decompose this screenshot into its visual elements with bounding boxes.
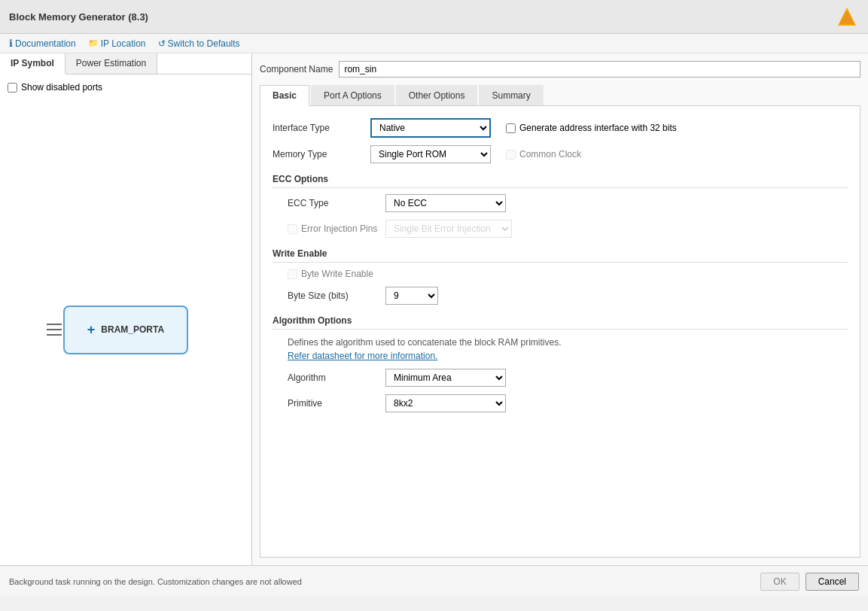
write-enable-subsection: Byte Write Enable Byte Size (bits) 9 8	[288, 269, 848, 305]
left-panel: IP Symbol Power Estimation Show disabled…	[0, 53, 252, 565]
ecc-subsection: ECC Type No ECC Hamming Error Injection …	[288, 194, 848, 238]
left-tabs: IP Symbol Power Estimation	[0, 53, 251, 74]
main-layout: IP Symbol Power Estimation Show disabled…	[0, 53, 868, 565]
component-name-row: Component Name	[260, 61, 860, 78]
status-bar: Background task running on the design. C…	[0, 565, 868, 597]
refresh-icon: ↺	[158, 38, 166, 49]
vivado-logo	[835, 5, 859, 29]
tab-port-a-options[interactable]: Port A Options	[311, 85, 394, 105]
generate-address-row: Generate address interface with 32 bits	[506, 123, 677, 133]
byte-write-enable-label: Byte Write Enable	[301, 269, 373, 279]
interface-type-row: Interface Type Native AXI4 Generate addr…	[273, 118, 848, 138]
ip-location-link[interactable]: 📁 IP Location	[88, 38, 146, 49]
error-injection-checkbox	[288, 224, 297, 234]
algorithm-subsection: Defines the algorithm used to concatenat…	[288, 336, 848, 412]
ecc-section-header: ECC Options	[273, 174, 848, 188]
memory-type-select[interactable]: Single Port ROM Simple Dual Port RAM Tru…	[370, 145, 491, 163]
algorithm-label: Algorithm	[288, 372, 385, 383]
primitive-label: Primitive	[288, 398, 385, 409]
interface-type-select[interactable]: Native AXI4	[370, 118, 491, 138]
tab-summary[interactable]: Summary	[479, 85, 543, 105]
ecc-type-row: ECC Type No ECC Hamming	[288, 194, 848, 212]
ecc-type-label: ECC Type	[288, 198, 385, 208]
algorithm-row: Algorithm Minimum Area Low Power Fixed P…	[288, 369, 848, 387]
component-name-input[interactable]	[339, 61, 860, 78]
switch-defaults-link[interactable]: ↺ Switch to Defaults	[158, 38, 240, 49]
error-injection-row: Error Injection Pins Single Bit Error In…	[288, 220, 848, 238]
byte-write-enable-checkbox	[288, 269, 297, 279]
show-disabled-ports-row: Show disabled ports	[8, 82, 102, 93]
tab-other-options[interactable]: Other Options	[396, 85, 478, 105]
info-icon: ℹ	[9, 38, 13, 49]
window-title: Block Memory Generator (8.3)	[9, 11, 148, 23]
tabs-bar: Basic Port A Options Other Options Summa…	[260, 85, 860, 106]
generate-address-checkbox[interactable]	[506, 123, 516, 133]
algorithm-select[interactable]: Minimum Area Low Power Fixed Primitives	[385, 369, 506, 387]
common-clock-checkbox	[506, 150, 516, 160]
primitive-select[interactable]: 8kx2 16kx1 32kx1	[385, 394, 506, 412]
tab-content-basic: Interface Type Native AXI4 Generate addr…	[260, 106, 860, 558]
algorithm-desc: Defines the algorithm used to concatenat…	[288, 336, 848, 363]
cancel-button[interactable]: Cancel	[806, 573, 859, 591]
ecc-type-select[interactable]: No ECC Hamming	[385, 194, 506, 212]
error-injection-select: Single Bit Error Injection Double Bit Er…	[385, 220, 512, 238]
status-buttons: OK Cancel	[760, 573, 859, 591]
byte-size-select[interactable]: 9 8	[385, 287, 438, 305]
location-icon: 📁	[88, 38, 99, 48]
bram-label: BRAM_PORTA	[101, 324, 164, 335]
memory-type-label: Memory Type	[273, 149, 370, 160]
component-name-label: Component Name	[260, 64, 333, 74]
primitive-row: Primitive 8kx2 16kx1 32kx1	[288, 394, 848, 412]
byte-write-enable-row: Byte Write Enable	[288, 269, 848, 279]
common-clock-label: Common Clock	[519, 149, 581, 160]
left-panel-content: Show disabled ports + BRAM_PORTA	[0, 74, 251, 565]
generate-address-label: Generate address interface with 32 bits	[519, 123, 677, 133]
right-panel: Component Name Basic Port A Options Othe…	[252, 53, 868, 565]
tab-ip-symbol[interactable]: IP Symbol	[0, 53, 65, 74]
ok-button[interactable]: OK	[760, 573, 799, 591]
byte-size-label: Byte Size (bits)	[288, 290, 385, 301]
expand-icon[interactable]: +	[87, 322, 96, 338]
show-disabled-ports-label: Show disabled ports	[21, 82, 102, 93]
documentation-link[interactable]: ℹ Documentation	[9, 38, 76, 49]
bram-component: + BRAM_PORTA	[63, 306, 188, 354]
algorithm-section-header: Algorithm Options	[273, 315, 848, 330]
svg-marker-1	[839, 11, 854, 24]
bram-canvas: + BRAM_PORTA	[8, 102, 244, 558]
write-enable-section-header: Write Enable	[273, 248, 848, 263]
memory-type-row: Memory Type Single Port ROM Simple Dual …	[273, 145, 848, 163]
toolbar: ℹ Documentation 📁 IP Location ↺ Switch t…	[0, 34, 868, 53]
tab-basic[interactable]: Basic	[260, 85, 309, 106]
title-bar: Block Memory Generator (8.3)	[0, 0, 868, 34]
interface-type-label: Interface Type	[273, 123, 370, 133]
common-clock-row: Common Clock	[506, 149, 581, 160]
byte-size-row: Byte Size (bits) 9 8	[288, 287, 848, 305]
tab-power-estimation[interactable]: Power Estimation	[65, 53, 157, 74]
error-injection-label: Error Injection Pins	[301, 223, 377, 234]
status-text: Background task running on the design. C…	[9, 577, 302, 586]
show-disabled-ports-checkbox[interactable]	[8, 83, 17, 93]
